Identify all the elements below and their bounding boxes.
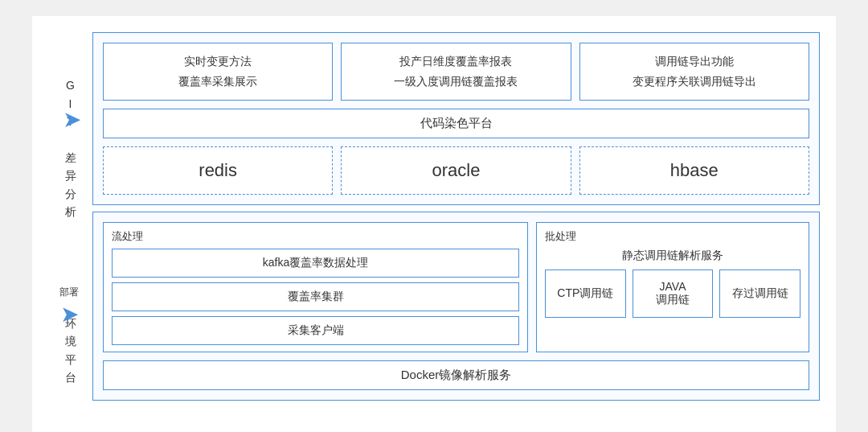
main-content: ➤ 实时变更方法 覆盖率采集展示 投产日维度覆盖率报表 一级入度调用链覆盖报表 … [92,32,820,429]
top-box-1: 实时变更方法 覆盖率采集展示 [103,43,333,101]
batch-boxes: CTP调用链 JAVA 调用链 存过调用链 [545,269,800,318]
env-arrow-icon: ➤ [60,301,79,327]
diagram-container: G I T 差 异 分 析 环 境 平 台 ➤ [32,16,836,432]
stream-boxes: kafka覆盖率数据处理 覆盖率集群 采集客户端 [112,249,519,345]
git-section: ➤ 实时变更方法 覆盖率采集展示 投产日维度覆盖率报表 一级入度调用链覆盖报表 … [92,32,820,205]
top-boxes-row: 实时变更方法 覆盖率采集展示 投产日维度覆盖率报表 一级入度调用链覆盖报表 调用… [103,43,809,101]
batch-label: 批处理 [545,229,800,244]
docker-bar: Docker镜像解析服务 [103,360,809,390]
db-row: redis oracle hbase [103,146,809,195]
hbase-box: hbase [579,146,809,195]
oracle-box: oracle [341,146,571,195]
top-box-2-line2: 一级入度调用链覆盖报表 [351,72,560,92]
top-box-3-line2: 变更程序关联调用链导出 [590,72,799,92]
deploy-label: 部署 [59,286,79,299]
git-label: G I T 差 异 分 析 [48,32,92,265]
batch-title: 静态调用链解析服务 [545,249,800,263]
batch-box-store: 存过调用链 [719,269,800,318]
git-arrow-icon: ➤ [63,105,81,132]
main-layout: G I T 差 异 分 析 环 境 平 台 ➤ [48,32,820,429]
top-box-2: 投产日维度覆盖率报表 一级入度调用链覆盖报表 [341,43,571,101]
top-box-3: 调用链导出功能 变更程序关联调用链导出 [579,43,809,101]
top-box-2-line1: 投产日维度覆盖率报表 [351,51,560,72]
top-box-1-line1: 实时变更方法 [113,51,322,72]
middle-row: 流处理 kafka覆盖率数据处理 覆盖率集群 采集客户端 [103,222,809,352]
top-box-1-line2: 覆盖率采集展示 [113,72,322,92]
stream-box-kafka: kafka覆盖率数据处理 [112,249,519,278]
stream-box-client: 采集客户端 [112,316,519,345]
code-platform: 代码染色平台 [103,109,809,138]
stream-section: 流处理 kafka覆盖率数据处理 覆盖率集群 采集客户端 [103,222,528,352]
left-labels: G I T 差 异 分 析 环 境 平 台 [48,32,92,429]
batch-box-ctp: CTP调用链 [545,269,626,318]
stream-box-coverage: 覆盖率集群 [112,282,519,311]
batch-box-java: JAVA 调用链 [633,269,714,318]
stream-label: 流处理 [112,229,519,244]
batch-section: 批处理 静态调用链解析服务 CTP调用链 JAVA 调用链 存过调用链 [536,222,809,352]
redis-box: redis [103,146,333,195]
top-box-3-line1: 调用链导出功能 [590,51,799,72]
env-section: 部署 ➤ 流处理 kafka覆盖率数据处理 覆盖率集群 [92,212,820,401]
